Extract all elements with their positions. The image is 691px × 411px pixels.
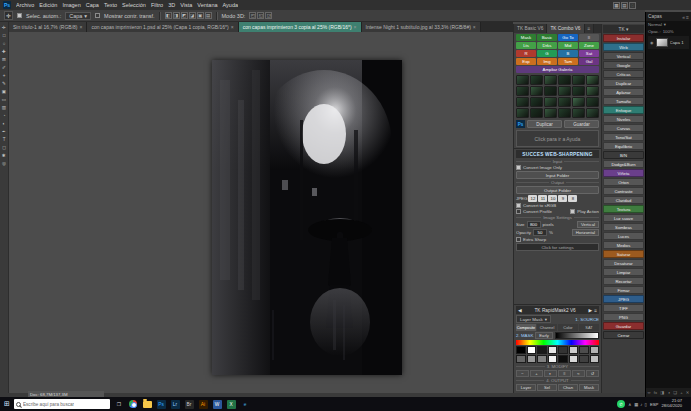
action-thumb[interactable] bbox=[586, 75, 599, 85]
add-icon[interactable]: + bbox=[530, 370, 543, 377]
action-niveles[interactable]: Niveles bbox=[603, 115, 644, 123]
fx-icon[interactable]: fx bbox=[654, 390, 657, 395]
action-thumb[interactable] bbox=[544, 86, 557, 96]
taskbar-search[interactable]: Escribe aquí para buscar bbox=[14, 399, 110, 409]
mask-preset[interactable] bbox=[527, 346, 537, 354]
mask-preset[interactable] bbox=[558, 346, 568, 354]
action-thumb[interactable] bbox=[558, 75, 571, 85]
action-guardar[interactable]: Guardar bbox=[603, 322, 644, 330]
zoom-tool[interactable]: ◎ bbox=[1, 160, 8, 167]
clone-stamp-tool[interactable]: ▣ bbox=[1, 88, 8, 95]
blend-mode-dropdown[interactable]: Normal bbox=[648, 22, 662, 27]
output-mask-button[interactable]: Mask bbox=[579, 384, 599, 391]
collapse-panel-icon[interactable]: « bbox=[682, 14, 685, 20]
horizontal-button[interactable]: Horizontal bbox=[572, 229, 599, 236]
mode3d-icon-2[interactable]: ◲ bbox=[265, 12, 272, 19]
pen-tool[interactable]: ✒ bbox=[1, 128, 8, 135]
action-thumb[interactable] bbox=[516, 97, 529, 107]
align-icon-3[interactable]: ◪ bbox=[189, 12, 196, 19]
tk-button[interactable]: Zone bbox=[579, 42, 599, 49]
panel-menu-icon[interactable]: ≡ bbox=[686, 14, 689, 20]
taskbar-edge[interactable]: e bbox=[238, 397, 252, 411]
early-button[interactable]: Early bbox=[535, 332, 553, 339]
group-icon[interactable]: ❏ bbox=[673, 390, 677, 395]
action-textura[interactable]: Textura bbox=[603, 205, 644, 213]
convert-image-only-checkbox[interactable] bbox=[516, 165, 521, 170]
rm-next-icon[interactable]: ▶ bbox=[588, 308, 592, 313]
action-luces[interactable]: Luces bbox=[603, 232, 644, 240]
tk-button[interactable]: Ampliar Galería bbox=[516, 66, 599, 73]
menu-item-ayuda[interactable]: Ayuda bbox=[223, 2, 239, 8]
align-icon-1[interactable]: ◨ bbox=[173, 12, 180, 19]
mask-preset[interactable] bbox=[558, 355, 568, 363]
language-indicator[interactable]: ESP bbox=[650, 402, 659, 407]
action-luz-suave[interactable]: Luz suave bbox=[603, 214, 644, 222]
action-thumb[interactable] bbox=[516, 86, 529, 96]
invert-icon[interactable]: ◐ bbox=[544, 370, 557, 377]
align-icon-2[interactable]: ◩ bbox=[181, 12, 188, 19]
mask-icon[interactable]: ◨ bbox=[660, 390, 664, 395]
dodge-tool[interactable]: ◐ bbox=[1, 120, 8, 127]
menu-item-capa[interactable]: Capa bbox=[86, 2, 99, 8]
convert-profile-checkbox[interactable] bbox=[516, 209, 521, 214]
reset-icon[interactable]: ↺ bbox=[586, 370, 599, 377]
tk-button[interactable]: R bbox=[516, 50, 536, 57]
close-icon[interactable]: × bbox=[79, 24, 82, 30]
action-claridad[interactable]: Claridad bbox=[603, 196, 644, 204]
menu-item-edición[interactable]: Edición bbox=[39, 2, 57, 8]
action-equilibrio[interactable]: Equilibrio bbox=[603, 142, 644, 150]
action-jpeg[interactable]: JPEG bbox=[603, 295, 644, 303]
eyedropper-tool[interactable]: ✐ bbox=[1, 64, 8, 71]
menu-item-selección[interactable]: Selección bbox=[122, 2, 146, 8]
play-action-checkbox[interactable] bbox=[570, 209, 575, 214]
action-vertical[interactable]: Vertical bbox=[603, 52, 644, 60]
marquee-tool[interactable]: □ bbox=[1, 32, 8, 39]
jpeg-quality-10[interactable]: 10 bbox=[548, 195, 557, 202]
jpeg-quality-9[interactable]: 9 bbox=[558, 195, 567, 202]
battery-icon[interactable]: ▯ bbox=[645, 402, 647, 407]
action-thumb[interactable] bbox=[530, 86, 543, 96]
eraser-tool[interactable]: ▭ bbox=[1, 96, 8, 103]
help-drop-zone[interactable]: Click para ir a Ayuda bbox=[516, 130, 599, 147]
action-thumb[interactable] bbox=[530, 97, 543, 107]
tk-button[interactable]: Sat bbox=[579, 50, 599, 57]
tk-button[interactable]: Basic bbox=[537, 34, 557, 41]
mask-preset[interactable] bbox=[569, 346, 579, 354]
convert-srgb-checkbox[interactable] bbox=[516, 203, 521, 208]
align-icon-5[interactable]: ▤ bbox=[205, 12, 212, 19]
taskbar-illustrator[interactable]: Ai bbox=[196, 397, 210, 411]
delete-icon[interactable]: ✕ bbox=[686, 390, 690, 395]
mask-preset[interactable] bbox=[548, 355, 558, 363]
action-thumb[interactable] bbox=[572, 97, 585, 107]
rm-tab-composite[interactable]: Composite bbox=[516, 324, 536, 331]
align-icon-0[interactable]: ◧ bbox=[165, 12, 172, 19]
action-tama-o[interactable]: Tamaño bbox=[603, 97, 644, 105]
tk-button[interactable]: Tam bbox=[558, 58, 578, 65]
mask-preset[interactable] bbox=[579, 346, 589, 354]
jpeg-quality-8[interactable]: 8 bbox=[568, 195, 577, 202]
taskbar-task-view[interactable]: ❐ bbox=[112, 397, 126, 411]
action-instalar[interactable]: Instalar bbox=[603, 34, 644, 42]
menu-item-vista[interactable]: Vista bbox=[180, 2, 192, 8]
action-medios[interactable]: Medios bbox=[603, 241, 644, 249]
subtract-icon[interactable]: − bbox=[516, 370, 529, 377]
action-thumb[interactable] bbox=[558, 86, 571, 96]
new-layer-icon[interactable]: + bbox=[680, 390, 682, 395]
panel-tab[interactable]: TK Basic V6 bbox=[514, 24, 547, 33]
lasso-tool[interactable]: ○ bbox=[1, 40, 8, 47]
taskbar-photoshop[interactable]: Ps bbox=[154, 397, 168, 411]
levels-icon[interactable]: ≡ bbox=[558, 370, 571, 377]
tk-button[interactable]: ≡ bbox=[579, 34, 599, 41]
taskbar-chrome[interactable] bbox=[126, 397, 140, 411]
layer-row[interactable]: ◉Capa 1 bbox=[648, 36, 689, 49]
action-contraste[interactable]: Contraste bbox=[603, 187, 644, 195]
taskbar-bridge[interactable]: Br bbox=[182, 397, 196, 411]
menu-item-3d[interactable]: 3D bbox=[168, 2, 175, 8]
taskbar-excel[interactable]: X bbox=[224, 397, 238, 411]
extra-sharp-checkbox[interactable] bbox=[516, 237, 521, 242]
action-thumb[interactable] bbox=[586, 86, 599, 96]
panel-tab[interactable]: TK Combo V6 bbox=[547, 24, 584, 33]
document-image[interactable] bbox=[212, 60, 402, 375]
menu-item-ventana[interactable]: Ventana bbox=[197, 2, 217, 8]
rm-tab-sat[interactable]: SAT bbox=[579, 324, 599, 331]
